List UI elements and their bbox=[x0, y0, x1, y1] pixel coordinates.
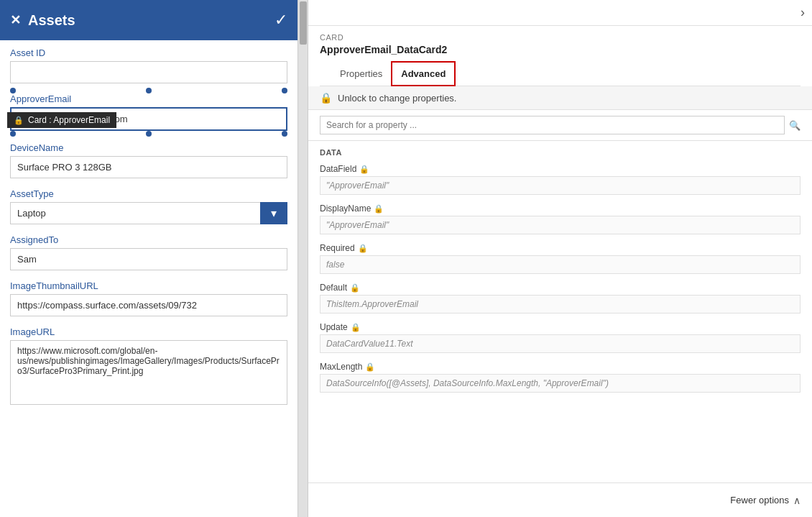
card-tooltip: 🔒 Card : ApproverEmail bbox=[7, 112, 116, 128]
max-length-lock-icon: 🔒 bbox=[365, 362, 375, 372]
confirm-icon[interactable]: ✓ bbox=[274, 11, 287, 29]
right-content: DATA DataField 🔒 "ApproverEmail" Display… bbox=[308, 141, 812, 482]
left-header-title: ✕ Assets bbox=[10, 12, 75, 29]
update-lock-icon: 🔒 bbox=[351, 323, 361, 332]
lock-icon: 🔒 bbox=[14, 116, 24, 125]
image-url-label: ImageURL bbox=[10, 326, 287, 337]
handle-br bbox=[282, 131, 287, 137]
prop-data-field: DataField 🔒 "ApproverEmail" bbox=[320, 164, 801, 195]
right-panel: › CARD ApproverEmail_DataCard2 Propertie… bbox=[308, 0, 812, 517]
fewer-options-label: Fewer options bbox=[730, 495, 789, 505]
handle-tc bbox=[146, 88, 152, 93]
top-handles bbox=[10, 88, 287, 93]
prop-required: Required 🔒 false bbox=[320, 243, 801, 274]
assigned-to-label: AssignedTo bbox=[10, 234, 287, 245]
card-section-label: CARD bbox=[320, 33, 801, 42]
unlock-message: Unlock to change properties. bbox=[338, 93, 456, 104]
device-name-group: DeviceName bbox=[10, 142, 287, 178]
prop-label-max-length: MaxLength 🔒 bbox=[320, 362, 801, 372]
prop-label-required: Required 🔒 bbox=[320, 243, 801, 253]
handle-bc bbox=[146, 131, 152, 137]
right-tabs: Properties Advanced bbox=[320, 61, 801, 86]
prop-label-data-field: DataField 🔒 bbox=[320, 164, 801, 174]
asset-id-label: Asset ID bbox=[10, 47, 287, 58]
bottom-handles bbox=[10, 131, 287, 137]
tab-properties[interactable]: Properties bbox=[331, 61, 391, 86]
asset-type-group: AssetType Laptop Desktop Tablet ▾ bbox=[10, 188, 287, 224]
tooltip-text: Card : ApproverEmail bbox=[28, 115, 110, 125]
prop-update: Update 🔒 DataCardValue11.Text bbox=[320, 322, 801, 353]
handle-bl bbox=[10, 131, 16, 137]
prop-value-display-name: "ApproverEmail" bbox=[320, 216, 801, 234]
device-name-label: DeviceName bbox=[10, 142, 287, 153]
display-name-lock-icon: 🔒 bbox=[374, 204, 384, 214]
image-url-textarea[interactable]: https://www.microsoft.com/global/en-us/n… bbox=[10, 340, 287, 405]
required-lock-icon: 🔒 bbox=[358, 244, 368, 253]
prop-max-length: MaxLength 🔒 DataSourceInfo([@Assets], Da… bbox=[320, 362, 801, 393]
image-url-group: ImageURL https://www.microsoft.com/globa… bbox=[10, 326, 287, 408]
card-name: ApproverEmail_DataCard2 bbox=[320, 44, 801, 55]
image-thumbnail-input[interactable] bbox=[10, 294, 287, 316]
left-header: ✕ Assets ✓ bbox=[0, 0, 297, 40]
asset-type-select-wrapper: Laptop Desktop Tablet ▾ bbox=[10, 202, 287, 224]
approver-email-label: ApproverEmail bbox=[10, 93, 287, 104]
panel-title: Assets bbox=[28, 12, 75, 29]
assigned-to-group: AssignedTo bbox=[10, 234, 287, 270]
data-section-title: DATA bbox=[320, 148, 801, 157]
prop-label-update: Update 🔒 bbox=[320, 322, 801, 332]
prop-label-display-name: DisplayName 🔒 bbox=[320, 203, 801, 214]
assigned-to-input[interactable] bbox=[10, 248, 287, 270]
unlock-bar: 🔒 Unlock to change properties. bbox=[308, 86, 812, 110]
prop-value-required: false bbox=[320, 255, 801, 274]
left-panel: ✕ Assets ✓ Asset ID 🔒 Card : ApproverEma… bbox=[0, 0, 298, 517]
prop-label-default: Default 🔒 bbox=[320, 283, 801, 293]
right-top-bar: › bbox=[308, 0, 812, 26]
prop-value-update: DataCardValue11.Text bbox=[320, 334, 801, 353]
right-footer: Fewer options ∧ bbox=[308, 482, 812, 517]
card-label-section: CARD ApproverEmail_DataCard2 Properties … bbox=[308, 26, 812, 86]
data-field-lock-icon: 🔒 bbox=[359, 165, 369, 174]
asset-type-select[interactable]: Laptop Desktop Tablet bbox=[10, 202, 287, 224]
asset-type-label: AssetType bbox=[10, 188, 287, 199]
prop-default: Default 🔒 ThisItem.ApproverEmail bbox=[320, 283, 801, 314]
search-icon: 🔍 bbox=[789, 120, 801, 131]
prop-value-max-length: DataSourceInfo([@Assets], DataSourceInfo… bbox=[320, 374, 801, 393]
image-thumbnail-group: ImageThumbnailURL bbox=[10, 280, 287, 316]
unlock-lock-icon: 🔒 bbox=[320, 92, 332, 104]
device-name-input[interactable] bbox=[10, 156, 287, 178]
property-search-input[interactable] bbox=[320, 116, 785, 134]
middle-scrollbar[interactable] bbox=[298, 0, 308, 517]
image-thumbnail-label: ImageThumbnailURL bbox=[10, 280, 287, 291]
search-bar: 🔍 bbox=[308, 110, 812, 141]
prop-value-default: ThisItem.ApproverEmail bbox=[320, 295, 801, 314]
asset-id-input[interactable] bbox=[10, 61, 287, 83]
handle-tr bbox=[282, 88, 287, 93]
chevron-right-icon[interactable]: › bbox=[801, 5, 805, 20]
left-content: Asset ID 🔒 Card : ApproverEmail Approver… bbox=[0, 40, 297, 517]
fewer-options-button[interactable]: Fewer options ∧ bbox=[730, 495, 801, 506]
handle-tl bbox=[10, 88, 16, 93]
asset-id-group: Asset ID bbox=[10, 47, 287, 83]
prop-display-name: DisplayName 🔒 "ApproverEmail" bbox=[320, 203, 801, 234]
prop-value-data-field: "ApproverEmail" bbox=[320, 176, 801, 195]
chevron-up-icon: ∧ bbox=[793, 495, 801, 506]
close-icon[interactable]: ✕ bbox=[10, 12, 21, 28]
default-lock-icon: 🔒 bbox=[350, 283, 360, 293]
tab-advanced[interactable]: Advanced bbox=[391, 61, 456, 86]
scrollbar-thumb bbox=[300, 1, 307, 45]
